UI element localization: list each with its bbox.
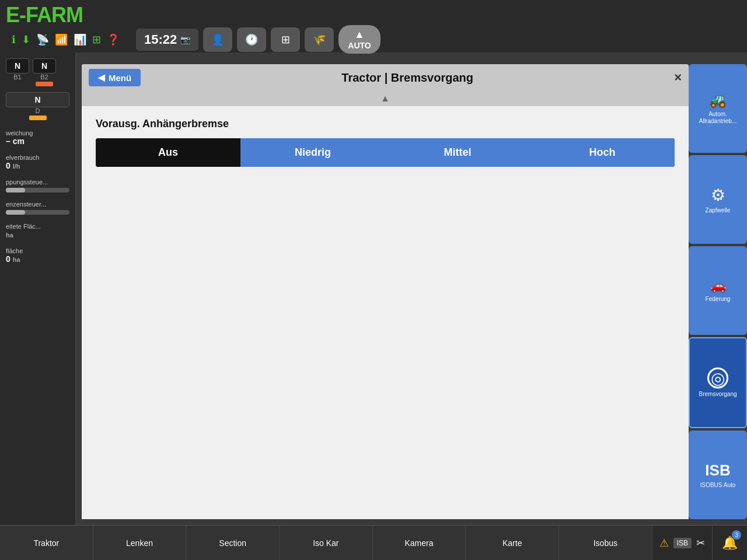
tab-kamera[interactable]: Kamera [373, 526, 466, 560]
isb-status-icon[interactable]: ISB [673, 538, 692, 548]
tab-kamera-label: Kamera [405, 538, 434, 548]
time-display: 15:22 📷 [136, 29, 198, 51]
option-mittel[interactable]: Mittel [385, 138, 530, 167]
tab-lenken-label: Lenken [126, 538, 153, 548]
efarm-logo: E-FARM [6, 3, 83, 27]
federung-btn[interactable]: 🚗 Federung [689, 246, 747, 335]
bremsvorgang-btn[interactable]: ◎ Bremsvorgang [689, 337, 747, 428]
gear-b1-label: B1 [6, 74, 29, 80]
section-title: Vorausg. Anhängerbremse [96, 118, 675, 130]
wifi-icon: 📶 [55, 33, 68, 46]
gear-indicator-orange [29, 116, 47, 120]
close-button[interactable]: × [674, 70, 682, 85]
tab-traktor[interactable]: Traktor [0, 526, 93, 560]
menu-grid-btn[interactable]: ⊞ [271, 27, 300, 52]
option-aus[interactable]: Aus [96, 138, 240, 167]
cut-icon[interactable]: ✂ [696, 537, 705, 550]
gear-n1: N B1 [6, 58, 29, 88]
auto-btn[interactable]: ▲ AUTO [338, 25, 380, 54]
gear-n3-value: N [6, 92, 69, 107]
download-icon: ⬇ [22, 33, 30, 46]
tab-section[interactable]: Section [186, 526, 280, 560]
info-icon: ℹ [12, 33, 16, 46]
federung-icon: 🚗 [710, 278, 726, 293]
speedometer-btn[interactable]: 🕐 [237, 27, 266, 52]
status-bar: E-FARM ℹ ⬇ 📡 📶 📊 ⊞ ❓ 15:22 📷 👤 🕐 ⊞ 🌾 ▲ A… [0, 0, 747, 52]
tab-isokar[interactable]: Iso Kar [280, 526, 373, 560]
menu-button[interactable]: ◀ Menü [89, 69, 141, 86]
gear-row-1: N B1 N B2 [6, 58, 69, 88]
main-area: ◀ Menü Tractor | Bremsvorgang × ▲ Voraus… [76, 52, 747, 525]
tab-isokar-label: Iso Kar [313, 538, 338, 548]
gear-d-row: N D [6, 92, 69, 121]
zapfwelle-icon: ⚙ [711, 186, 725, 205]
isb-icon: ISB [705, 461, 730, 480]
tab-traktor-label: Traktor [33, 538, 59, 548]
sidebar-weichung: weichung – cm [6, 130, 69, 146]
isobus-auto-btn[interactable]: ISB ISOBUS Auto [689, 430, 747, 519]
help-icon[interactable]: ❓ [107, 33, 120, 46]
isobus-label: ISOBUS Auto [700, 482, 736, 489]
gear-n2: N B2 [33, 58, 56, 88]
scroll-indicator: ▲ [82, 91, 689, 106]
notification-btn[interactable]: 🔔 3 [713, 526, 747, 560]
menu-btn-label: Menü [109, 73, 131, 83]
sidebar-flaeche2: fläche 0 ha [6, 247, 69, 264]
left-sidebar: N B1 N B2 N D weichung – cm elverbrauch … [0, 52, 76, 525]
gear-d-label: D [6, 107, 69, 114]
warning-triangle-icon[interactable]: ⚠ [659, 537, 669, 550]
allrad-btn[interactable]: 🚜 Autom.Allradantrieb... [689, 64, 747, 153]
allrad-icon: 🚜 [709, 92, 727, 108]
time-text: 15:22 [144, 32, 177, 47]
option-niedrig[interactable]: Niedrig [240, 138, 385, 167]
gear-b2-label: B2 [33, 74, 56, 80]
sidebar-flaeche1: eitete Fläc... ha [6, 223, 69, 239]
camera-icon: 📷 [180, 35, 190, 44]
allrad-label: Autom.Allradantrieb... [699, 111, 736, 125]
zapfwelle-label: Zapfwelle [706, 207, 731, 214]
bremsvorgang-label: Bremsvorgang [699, 391, 736, 398]
sidebar-enzen: enzensteuer... [6, 201, 69, 215]
gear-indicator-red [36, 82, 53, 86]
sidebar-verbrauch: elverbrauch 0 l/h [6, 154, 69, 170]
satellite-warning-icon: 📡 [36, 33, 49, 46]
notification-badge: 3 [732, 530, 741, 540]
bremsvorgang-icon: ◎ [707, 368, 728, 388]
tab-karte[interactable]: Karte [466, 526, 559, 560]
status-icons: ℹ ⬇ 📡 📶 📊 ⊞ ❓ [12, 33, 120, 46]
auto-label: AUTO [348, 41, 371, 50]
bottom-nav: Traktor Lenken Section Iso Kar Kamera Ka… [0, 525, 747, 560]
federung-label: Federung [706, 296, 731, 303]
gear-n1-value: N [6, 58, 29, 74]
field-btn[interactable]: 🌾 [305, 27, 334, 52]
modal-body: Vorausg. Anhängerbremse Aus Niedrig Mitt… [82, 106, 689, 519]
zapfwelle-btn[interactable]: ⚙ Zapfwelle [689, 155, 747, 244]
tab-section-label: Section [219, 538, 246, 548]
right-sidebar: 🚜 Autom.Allradantrieb... ⚙ Zapfwelle 🚗 F… [689, 64, 747, 519]
modal-header: ◀ Menü Tractor | Bremsvorgang × [82, 64, 689, 91]
tab-lenken[interactable]: Lenken [93, 526, 187, 560]
tab-isobus[interactable]: Isobus [559, 526, 652, 560]
grid-icon: ⊞ [92, 33, 101, 46]
profile-btn[interactable]: 👤 [203, 27, 232, 52]
signal-icon: 📊 [74, 33, 86, 46]
chevron-left-icon: ◀ [98, 72, 105, 83]
modal-title: Tractor | Bremsvorgang [146, 71, 668, 85]
tab-karte-label: Karte [502, 538, 522, 548]
nav-status-icons: ⚠ ISB ✂ [652, 526, 713, 560]
gear-n2-value: N [33, 58, 56, 74]
option-hoch[interactable]: Hoch [530, 138, 675, 167]
modal-dialog: ◀ Menü Tractor | Bremsvorgang × ▲ Voraus… [82, 64, 689, 519]
brake-option-row: Aus Niedrig Mittel Hoch [96, 138, 675, 167]
tab-isobus-label: Isobus [594, 538, 617, 548]
sidebar-ppungs: ppungssteue... [6, 178, 69, 192]
